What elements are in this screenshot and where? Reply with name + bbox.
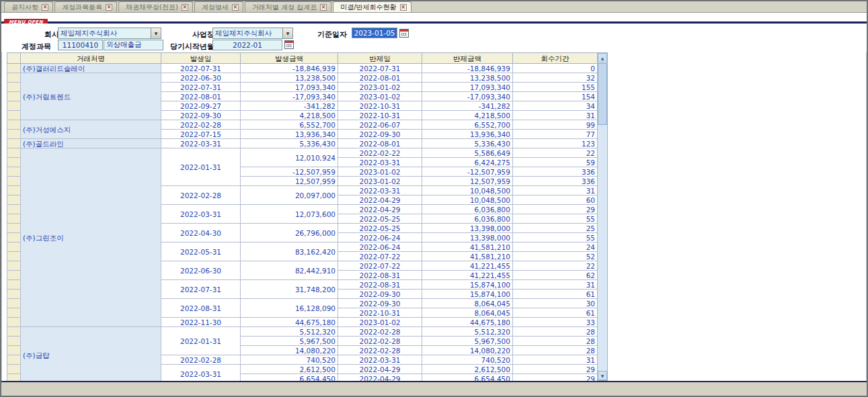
scrollbar-thumb[interactable] (598, 63, 607, 125)
collect-days-cell[interactable]: 55 (513, 233, 598, 242)
settle-date-cell[interactable]: 2022-07-22 (338, 252, 422, 261)
row-selector-cell[interactable] (7, 374, 21, 382)
settle-amount-cell[interactable]: 5,586,649 (422, 148, 513, 158)
row-selector-cell[interactable] (7, 233, 21, 242)
settle-date-cell[interactable]: 2022-06-24 (338, 233, 422, 242)
occur-amount-cell[interactable]: 82,442,910 (241, 261, 338, 280)
collect-days-cell[interactable]: 154 (513, 92, 598, 101)
occur-amount-cell[interactable]: 5,967,500 (241, 337, 338, 346)
collect-days-cell[interactable]: 52 (513, 252, 598, 261)
settle-date-cell[interactable]: 2023-01-02 (338, 318, 422, 327)
company-select[interactable]: 제일제지주식회사 ▼ (58, 28, 161, 39)
settle-date-cell[interactable]: 2022-08-01 (338, 139, 422, 148)
grid-row[interactable]: (주)거림트렌드2022-06-3013,238,5002022-08-0113… (7, 73, 598, 83)
row-selector-cell[interactable] (7, 355, 21, 365)
customer-name-cell[interactable]: (주)골드라인 (21, 139, 161, 148)
occur-amount-cell[interactable]: 17,093,340 (241, 83, 338, 92)
settle-date-cell[interactable]: 2022-04-29 (338, 374, 422, 382)
occur-date-cell[interactable]: 2022-07-31 (161, 83, 241, 92)
collect-days-cell[interactable]: 59 (513, 158, 598, 167)
row-selector-cell[interactable] (7, 252, 21, 261)
calendar-icon[interactable] (399, 29, 409, 38)
occur-amount-cell[interactable]: 13,238,500 (241, 73, 338, 83)
row-selector-cell[interactable] (7, 261, 21, 271)
collect-days-cell[interactable]: 33 (513, 318, 598, 327)
occur-amount-cell[interactable]: -341,282 (241, 101, 338, 111)
row-selector-cell[interactable] (7, 120, 21, 130)
occur-amount-cell[interactable]: 26,796,000 (241, 224, 338, 242)
row-selector-cell[interactable] (7, 177, 21, 186)
settle-amount-cell[interactable]: 41,581,210 (422, 242, 513, 252)
settle-date-cell[interactable]: 2023-01-02 (338, 167, 422, 177)
vertical-scrollbar[interactable]: ▲ ▼ (597, 52, 608, 381)
customer-name-cell[interactable]: (주)금탑 (21, 327, 161, 382)
base-date-input[interactable]: 2023-01-05 (352, 28, 397, 38)
settle-amount-cell[interactable]: 12,507,959 (422, 177, 513, 186)
collect-days-cell[interactable]: 31 (513, 280, 598, 290)
occur-amount-cell[interactable]: 4,218,500 (241, 111, 338, 120)
occur-date-cell[interactable]: 2022-07-15 (161, 130, 241, 139)
settle-date-cell[interactable]: 2022-04-29 (338, 195, 422, 205)
settle-amount-cell[interactable]: -18,846,939 (422, 64, 513, 73)
settle-amount-cell[interactable]: 5,336,430 (422, 139, 513, 148)
settle-date-cell[interactable]: 2022-09-30 (338, 290, 422, 299)
settle-amount-cell[interactable]: 5,512,320 (422, 327, 513, 337)
settle-date-cell[interactable]: 2022-10-31 (338, 111, 422, 120)
row-selector-cell[interactable] (7, 337, 21, 346)
settle-date-cell[interactable]: 2022-06-24 (338, 242, 422, 252)
settle-amount-cell[interactable]: -341,282 (422, 101, 513, 111)
settle-amount-cell[interactable]: 5,967,500 (422, 337, 513, 346)
occur-date-cell[interactable]: 2022-06-30 (161, 73, 241, 83)
collect-days-cell[interactable]: 22 (513, 148, 598, 158)
occur-amount-cell[interactable]: 6,552,700 (241, 120, 338, 130)
customer-name-cell[interactable]: (주)그린조이 (21, 148, 161, 327)
settle-amount-cell[interactable]: 2,612,500 (422, 365, 513, 374)
occur-date-cell[interactable]: 2022-01-31 (161, 148, 241, 186)
collect-days-cell[interactable]: 29 (513, 374, 598, 382)
settle-date-cell[interactable]: 2022-03-31 (338, 186, 422, 195)
row-selector-cell[interactable] (7, 299, 21, 308)
settle-amount-cell[interactable]: 6,036,800 (422, 205, 513, 214)
settle-date-cell[interactable]: 2022-06-07 (338, 120, 422, 130)
occur-amount-cell[interactable]: 12,073,600 (241, 205, 338, 224)
settle-amount-cell[interactable]: -12,507,959 (422, 167, 513, 177)
scroll-up-icon[interactable]: ▲ (598, 53, 607, 62)
row-selector-cell[interactable] (7, 167, 21, 177)
occur-amount-cell[interactable]: -12,507,959 (241, 167, 338, 177)
settle-date-cell[interactable]: 2022-02-28 (338, 337, 422, 346)
tab-close-icon[interactable]: × (232, 4, 239, 11)
settle-date-cell[interactable]: 2022-02-28 (338, 346, 422, 355)
row-selector-cell[interactable] (7, 327, 21, 337)
settle-amount-cell[interactable]: 4,218,500 (422, 111, 513, 120)
settle-date-cell[interactable]: 2022-07-31 (338, 64, 422, 73)
settle-date-cell[interactable]: 2022-08-31 (338, 280, 422, 290)
collect-days-cell[interactable]: 77 (513, 130, 598, 139)
tab-close-icon[interactable]: × (320, 4, 327, 11)
grid-row[interactable]: (주)갤러리드슬레이2022-07-31-18,846,9392022-07-3… (7, 64, 598, 73)
settle-amount-cell[interactable]: -17,093,340 (422, 92, 513, 101)
occur-amount-cell[interactable]: 13,936,340 (241, 130, 338, 139)
chevron-down-icon[interactable]: ▼ (282, 28, 292, 38)
occur-date-cell[interactable]: 2022-04-30 (161, 224, 241, 242)
settle-date-cell[interactable]: 2022-04-29 (338, 365, 422, 374)
settle-date-cell[interactable]: 2023-01-02 (338, 177, 422, 186)
occur-date-cell[interactable]: 2022-01-31 (161, 327, 241, 355)
collect-days-cell[interactable]: 61 (513, 290, 598, 299)
tab-account-register[interactable]: 계정과목등록 × (54, 1, 117, 12)
tab-customer-account-summary[interactable]: 거래처별 계정 집계표 × (245, 1, 331, 12)
occur-date-cell[interactable]: 2022-09-27 (161, 101, 241, 111)
tab-notice[interactable]: 공지사항 × (4, 1, 53, 12)
occur-amount-cell[interactable]: 2,612,500 (241, 365, 338, 374)
settle-date-cell[interactable]: 2022-09-30 (338, 299, 422, 308)
row-selector-cell[interactable] (7, 139, 21, 148)
occur-date-cell[interactable]: 2022-03-31 (161, 205, 241, 224)
settle-amount-cell[interactable]: 13,398,000 (422, 224, 513, 233)
row-selector-cell[interactable] (7, 205, 21, 214)
row-selector-cell[interactable] (7, 271, 21, 280)
occur-amount-cell[interactable]: 44,675,180 (241, 318, 338, 327)
occur-date-cell[interactable]: 2022-02-28 (161, 120, 241, 130)
collect-days-cell[interactable]: 28 (513, 346, 598, 355)
tab-receivable-ledger[interactable]: 채권채무장(전표) × (118, 1, 193, 12)
collect-days-cell[interactable]: 123 (513, 139, 598, 148)
grid-row[interactable]: (주)골드라인2022-03-315,336,4302022-08-015,33… (7, 139, 598, 148)
